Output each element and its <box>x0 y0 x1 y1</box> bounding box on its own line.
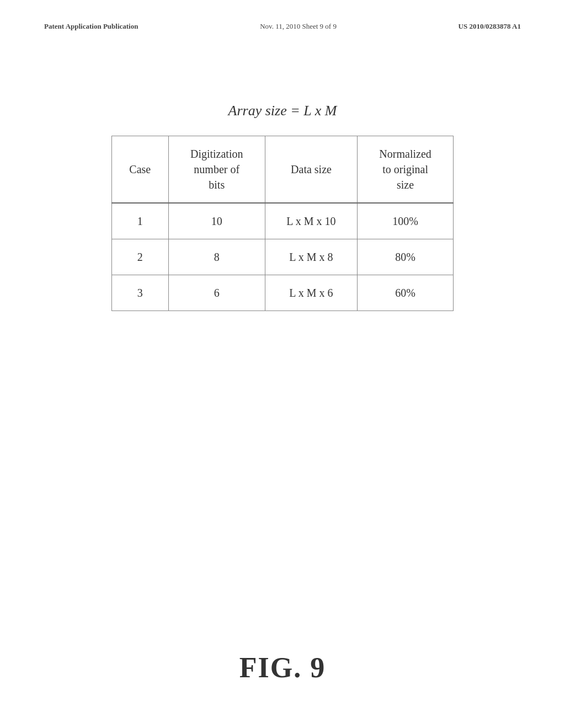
fig-label: FIG. 9 <box>239 651 326 684</box>
col-header-normalized: Normalizedto originalsize <box>358 136 454 204</box>
header-center: Nov. 11, 2010 Sheet 9 of 9 <box>260 22 337 31</box>
cell-case: 2 <box>112 239 169 275</box>
cell-bits: 8 <box>168 239 265 275</box>
col-header-case: Case <box>112 136 169 204</box>
cell-normalized: 100% <box>358 203 454 239</box>
cell-bits: 10 <box>168 203 265 239</box>
cell-data-size: L x M x 8 <box>265 239 357 275</box>
table-row: 36L x M x 660% <box>112 275 454 311</box>
array-title: Array size = L x M <box>228 103 337 119</box>
table-row: 28L x M x 880% <box>112 239 454 275</box>
table-row: 110L x M x 10100% <box>112 203 454 239</box>
col-header-data-size: Data size <box>265 136 357 204</box>
cell-data-size: L x M x 6 <box>265 275 357 311</box>
cell-bits: 6 <box>168 275 265 311</box>
cell-normalized: 80% <box>358 239 454 275</box>
cell-data-size: L x M x 10 <box>265 203 357 239</box>
cell-normalized: 60% <box>358 275 454 311</box>
header-left: Patent Application Publication <box>44 22 138 31</box>
page: Patent Application Publication Nov. 11, … <box>0 0 565 728</box>
data-table: Case Digitizationnumber ofbits Data size… <box>111 136 454 311</box>
cell-case: 1 <box>112 203 169 239</box>
cell-case: 3 <box>112 275 169 311</box>
main-content: Array size = L x M Case Digitizationnumb… <box>44 103 521 706</box>
header-right: US 2010/0283878 A1 <box>459 22 521 31</box>
page-header: Patent Application Publication Nov. 11, … <box>44 22 521 31</box>
col-header-bits: Digitizationnumber ofbits <box>168 136 265 204</box>
table-header-row: Case Digitizationnumber ofbits Data size… <box>112 136 454 204</box>
